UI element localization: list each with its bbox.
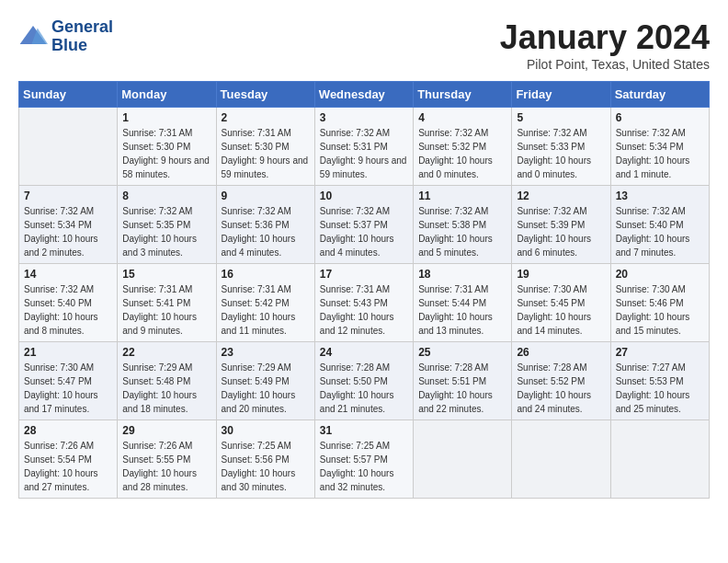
calendar-cell [610, 420, 709, 499]
day-number: 12 [517, 190, 605, 202]
week-row-3: 14 Sunrise: 7:32 AMSunset: 5:40 PMDaylig… [19, 264, 710, 342]
day-info: Sunrise: 7:32 AMSunset: 5:32 PMDaylight:… [418, 126, 506, 181]
day-number: 31 [320, 424, 408, 437]
day-info: Sunrise: 7:25 AMSunset: 5:57 PMDaylight:… [320, 439, 408, 494]
header-tuesday: Tuesday [216, 82, 314, 108]
day-number: 1 [122, 111, 210, 124]
month-title: January 2024 [500, 18, 710, 57]
day-info: Sunrise: 7:31 AMSunset: 5:43 PMDaylight:… [320, 282, 408, 338]
logo-icon [18, 22, 48, 52]
calendar-cell: 24 Sunrise: 7:28 AMSunset: 5:50 PMDaylig… [314, 342, 413, 420]
calendar-cell: 21 Sunrise: 7:30 AMSunset: 5:47 PMDaylig… [19, 342, 118, 420]
day-info: Sunrise: 7:28 AMSunset: 5:52 PMDaylight:… [517, 361, 605, 416]
calendar-cell: 6 Sunrise: 7:32 AMSunset: 5:34 PMDayligh… [610, 108, 709, 186]
day-number: 27 [616, 346, 704, 359]
day-number: 26 [517, 346, 605, 359]
header-sunday: Sunday [19, 82, 118, 108]
day-info: Sunrise: 7:28 AMSunset: 5:51 PMDaylight:… [418, 361, 506, 416]
day-number: 24 [320, 346, 408, 359]
day-info: Sunrise: 7:26 AMSunset: 5:54 PMDaylight:… [24, 439, 112, 494]
calendar-cell: 7 Sunrise: 7:32 AMSunset: 5:34 PMDayligh… [19, 186, 118, 264]
day-number: 9 [222, 190, 310, 202]
calendar-cell: 8 Sunrise: 7:32 AMSunset: 5:35 PMDayligh… [118, 186, 216, 264]
day-number: 23 [222, 346, 310, 359]
day-info: Sunrise: 7:27 AMSunset: 5:53 PMDaylight:… [616, 361, 704, 416]
calendar-cell [512, 420, 610, 499]
logo-line2: Blue [51, 37, 113, 55]
day-info: Sunrise: 7:32 AMSunset: 5:37 PMDaylight:… [320, 204, 408, 259]
day-info: Sunrise: 7:30 AMSunset: 5:45 PMDaylight:… [517, 282, 605, 338]
calendar-cell: 23 Sunrise: 7:29 AMSunset: 5:49 PMDaylig… [216, 342, 314, 420]
calendar-cell: 5 Sunrise: 7:32 AMSunset: 5:33 PMDayligh… [512, 108, 610, 186]
day-info: Sunrise: 7:32 AMSunset: 5:33 PMDaylight:… [517, 126, 605, 181]
calendar-table: SundayMondayTuesdayWednesdayThursdayFrid… [18, 81, 710, 499]
calendar-cell: 31 Sunrise: 7:25 AMSunset: 5:57 PMDaylig… [314, 420, 413, 499]
day-info: Sunrise: 7:30 AMSunset: 5:46 PMDaylight:… [616, 282, 704, 338]
calendar-cell: 27 Sunrise: 7:27 AMSunset: 5:53 PMDaylig… [610, 342, 709, 420]
day-number: 3 [320, 111, 408, 124]
day-number: 14 [24, 268, 112, 281]
day-number: 7 [24, 190, 112, 202]
day-info: Sunrise: 7:29 AMSunset: 5:49 PMDaylight:… [222, 361, 310, 416]
day-number: 22 [122, 346, 210, 359]
day-number: 2 [222, 111, 310, 124]
calendar-cell: 1 Sunrise: 7:31 AMSunset: 5:30 PMDayligh… [118, 108, 216, 186]
calendar-cell: 16 Sunrise: 7:31 AMSunset: 5:42 PMDaylig… [216, 264, 314, 342]
calendar-cell: 22 Sunrise: 7:29 AMSunset: 5:48 PMDaylig… [118, 342, 216, 420]
day-number: 20 [616, 268, 704, 281]
day-info: Sunrise: 7:29 AMSunset: 5:48 PMDaylight:… [122, 361, 210, 416]
day-info: Sunrise: 7:31 AMSunset: 5:41 PMDaylight:… [122, 282, 210, 338]
day-info: Sunrise: 7:32 AMSunset: 5:34 PMDaylight:… [24, 204, 112, 259]
day-number: 10 [320, 190, 408, 202]
calendar-cell: 17 Sunrise: 7:31 AMSunset: 5:43 PMDaylig… [314, 264, 413, 342]
day-number: 8 [122, 190, 210, 202]
day-info: Sunrise: 7:30 AMSunset: 5:47 PMDaylight:… [24, 361, 112, 416]
day-info: Sunrise: 7:31 AMSunset: 5:30 PMDaylight:… [222, 126, 310, 181]
calendar-cell: 2 Sunrise: 7:31 AMSunset: 5:30 PMDayligh… [216, 108, 314, 186]
day-number: 6 [616, 111, 704, 124]
day-number: 18 [418, 268, 506, 281]
calendar-cell [414, 420, 512, 499]
day-number: 5 [517, 111, 605, 124]
calendar-cell: 10 Sunrise: 7:32 AMSunset: 5:37 PMDaylig… [314, 186, 413, 264]
location: Pilot Point, Texas, United States [500, 57, 710, 72]
calendar-cell: 11 Sunrise: 7:32 AMSunset: 5:38 PMDaylig… [414, 186, 512, 264]
calendar-header-row: SundayMondayTuesdayWednesdayThursdayFrid… [19, 82, 710, 108]
day-info: Sunrise: 7:32 AMSunset: 5:31 PMDaylight:… [320, 126, 408, 181]
day-info: Sunrise: 7:32 AMSunset: 5:40 PMDaylight:… [616, 204, 704, 259]
calendar-cell: 30 Sunrise: 7:25 AMSunset: 5:56 PMDaylig… [216, 420, 314, 499]
header-wednesday: Wednesday [314, 82, 413, 108]
calendar-cell [19, 108, 118, 186]
week-row-1: 1 Sunrise: 7:31 AMSunset: 5:30 PMDayligh… [19, 108, 710, 186]
day-info: Sunrise: 7:25 AMSunset: 5:56 PMDaylight:… [222, 439, 310, 494]
day-info: Sunrise: 7:31 AMSunset: 5:30 PMDaylight:… [122, 126, 210, 181]
day-number: 28 [24, 424, 112, 437]
day-info: Sunrise: 7:26 AMSunset: 5:55 PMDaylight:… [122, 439, 210, 494]
header-friday: Friday [512, 82, 610, 108]
calendar-cell: 29 Sunrise: 7:26 AMSunset: 5:55 PMDaylig… [118, 420, 216, 499]
calendar-cell: 26 Sunrise: 7:28 AMSunset: 5:52 PMDaylig… [512, 342, 610, 420]
calendar-cell: 18 Sunrise: 7:31 AMSunset: 5:44 PMDaylig… [414, 264, 512, 342]
title-block: January 2024 Pilot Point, Texas, United … [500, 18, 710, 72]
day-info: Sunrise: 7:32 AMSunset: 5:38 PMDaylight:… [418, 204, 506, 259]
logo-line1: General [51, 18, 113, 37]
calendar-cell: 4 Sunrise: 7:32 AMSunset: 5:32 PMDayligh… [414, 108, 512, 186]
day-number: 15 [122, 268, 210, 281]
header-saturday: Saturday [610, 82, 709, 108]
page-header: General Blue January 2024 Pilot Point, T… [18, 18, 710, 72]
day-number: 13 [616, 190, 704, 202]
day-info: Sunrise: 7:28 AMSunset: 5:50 PMDaylight:… [320, 361, 408, 416]
day-number: 21 [24, 346, 112, 359]
day-number: 29 [122, 424, 210, 437]
day-info: Sunrise: 7:32 AMSunset: 5:36 PMDaylight:… [222, 204, 310, 259]
logo-text: General Blue [51, 18, 113, 55]
calendar-cell: 25 Sunrise: 7:28 AMSunset: 5:51 PMDaylig… [414, 342, 512, 420]
day-info: Sunrise: 7:32 AMSunset: 5:40 PMDaylight:… [24, 282, 112, 338]
calendar-cell: 20 Sunrise: 7:30 AMSunset: 5:46 PMDaylig… [610, 264, 709, 342]
day-number: 4 [418, 111, 506, 124]
day-number: 25 [418, 346, 506, 359]
day-info: Sunrise: 7:31 AMSunset: 5:42 PMDaylight:… [222, 282, 310, 338]
day-info: Sunrise: 7:32 AMSunset: 5:35 PMDaylight:… [122, 204, 210, 259]
calendar-cell: 12 Sunrise: 7:32 AMSunset: 5:39 PMDaylig… [512, 186, 610, 264]
day-number: 16 [222, 268, 310, 281]
